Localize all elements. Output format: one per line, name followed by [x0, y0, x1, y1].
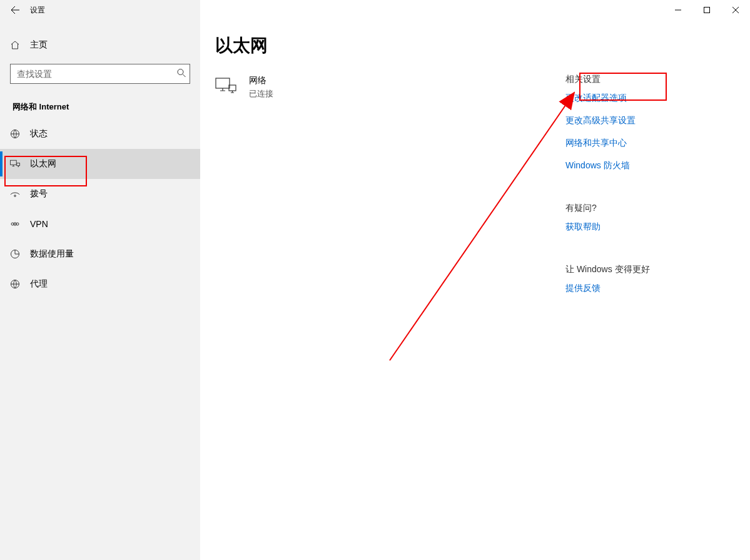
monitor-icon — [215, 78, 236, 97]
search-input[interactable] — [10, 64, 190, 84]
page-title: 以太网 — [215, 34, 565, 58]
dialup-icon — [10, 190, 20, 198]
link-get-help[interactable]: 获取帮助 — [565, 221, 728, 233]
back-button[interactable] — [0, 0, 30, 20]
network-entry[interactable]: 网络 已连接 — [215, 75, 565, 99]
sidebar-item-label: 状态 — [30, 128, 48, 140]
related-settings-title: 相关设置 — [565, 74, 728, 85]
sidebar-item-label: 拨号 — [30, 188, 48, 200]
sidebar-item-label: 数据使用量 — [30, 248, 74, 260]
sidebar-item-proxy[interactable]: 代理 — [0, 269, 200, 299]
svg-rect-0 — [704, 8, 710, 13]
sidebar-item-dialup[interactable]: 拨号 — [0, 179, 200, 209]
search-icon — [176, 68, 186, 80]
sidebar-item-status[interactable]: 状态 — [0, 119, 200, 149]
app-title: 设置 — [30, 4, 45, 16]
close-button[interactable] — [721, 0, 750, 20]
maximize-button[interactable] — [692, 0, 721, 20]
proxy-icon — [10, 279, 20, 289]
sidebar-section-label: 网络和 Internet — [13, 101, 200, 113]
svg-rect-12 — [229, 85, 236, 91]
svg-point-7 — [16, 223, 19, 225]
sidebar-item-datausage[interactable]: 数据使用量 — [0, 239, 200, 269]
home-label: 主页 — [30, 39, 48, 51]
related-panel: 相关设置 更改适配器选项 更改高级共享设置 网络和共享中心 Windows 防火… — [565, 34, 728, 560]
globe-icon — [10, 129, 20, 139]
main-content: 以太网 网络 已连接 — [200, 20, 750, 560]
sidebar-item-label: 代理 — [30, 278, 48, 290]
svg-rect-3 — [10, 160, 16, 165]
network-status: 已连接 — [249, 88, 273, 99]
svg-point-5 — [14, 195, 16, 197]
link-adapter-options[interactable]: 更改适配器选项 — [565, 93, 728, 104]
link-windows-firewall[interactable]: Windows 防火墙 — [565, 160, 728, 171]
ethernet-icon — [10, 160, 20, 168]
data-usage-icon — [10, 249, 20, 259]
svg-point-6 — [11, 223, 14, 225]
link-advanced-sharing[interactable]: 更改高级共享设置 — [565, 115, 728, 126]
svg-rect-4 — [17, 163, 20, 166]
svg-rect-11 — [216, 78, 230, 88]
questions-title: 有疑问? — [565, 203, 728, 214]
network-name: 网络 — [249, 75, 273, 86]
minimize-button[interactable] — [664, 0, 692, 20]
sidebar-item-label: VPN — [30, 219, 48, 229]
home-button[interactable]: 主页 — [0, 31, 200, 59]
sidebar: 主页 网络和 Internet 状态 — [0, 20, 200, 560]
home-icon — [10, 40, 20, 50]
sidebar-item-label: 以太网 — [30, 158, 56, 170]
link-feedback[interactable]: 提供反馈 — [565, 283, 728, 294]
svg-point-1 — [178, 69, 183, 75]
titlebar: 设置 — [0, 0, 750, 20]
sidebar-item-ethernet[interactable]: 以太网 — [0, 149, 200, 179]
link-network-sharing-center[interactable]: 网络和共享中心 — [565, 138, 728, 149]
improve-title: 让 Windows 变得更好 — [565, 264, 728, 275]
vpn-icon — [10, 220, 20, 228]
sidebar-item-vpn[interactable]: VPN — [0, 209, 200, 239]
